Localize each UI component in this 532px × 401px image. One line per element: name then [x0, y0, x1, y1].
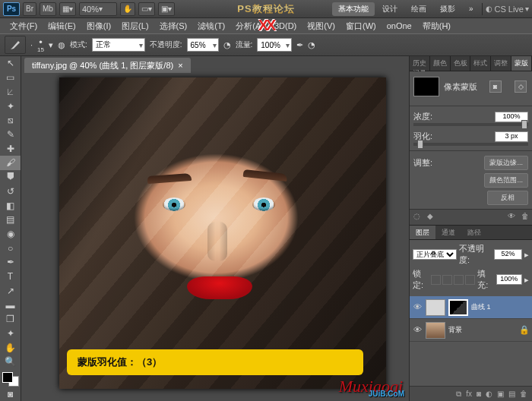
blend-mode-select[interactable]: 正常 [92, 38, 145, 52]
quick-select-tool[interactable]: ✦ [0, 99, 21, 113]
minibridge-button[interactable]: Mb [40, 2, 56, 16]
eyedropper-tool[interactable]: ✎ [0, 128, 21, 142]
color-swatches[interactable] [2, 372, 19, 387]
tab-swatch[interactable]: 色板 [451, 56, 471, 71]
tab-history[interactable]: 历史记录 [410, 56, 430, 71]
zoom-tool[interactable]: 🔍 [0, 355, 21, 369]
3d-camera-tool[interactable]: ✦ [0, 327, 21, 341]
tab-style[interactable]: 样式 [470, 56, 491, 71]
lock-pos-icon[interactable] [454, 275, 464, 285]
feather-slider[interactable] [413, 143, 528, 146]
new-layer-icon[interactable]: ▤ [508, 390, 515, 398]
visibility-icon[interactable]: 👁 [412, 325, 423, 336]
workspace-painting[interactable]: 绘画 [405, 2, 432, 16]
layer-opacity-input[interactable]: 52% [494, 249, 522, 260]
mask-edge-button[interactable]: 蒙版边缘... [484, 156, 528, 170]
menu-file[interactable]: 文件(F) [5, 19, 43, 33]
cslive-button[interactable]: ◐ CS Live ▾ [486, 5, 529, 14]
pen-tool[interactable]: ✒ [0, 255, 21, 270]
menu-onone[interactable]: onOne [382, 20, 417, 32]
path-tool[interactable]: ↗ [0, 284, 21, 298]
trash-icon[interactable]: 🗑 [520, 390, 527, 398]
mask-new-icon[interactable]: ◙ [477, 390, 481, 398]
menu-edit[interactable]: 编辑(E) [43, 19, 81, 33]
fill-input[interactable]: 100% [496, 274, 522, 285]
feather-value[interactable]: 3 px [495, 131, 528, 142]
menu-image[interactable]: 图像(I) [81, 19, 116, 33]
layer-row-curves[interactable]: 👁 曲线 1 [410, 296, 532, 319]
tab-layers[interactable]: 图层 [410, 226, 435, 239]
disable-mask-icon[interactable]: 👁 [506, 212, 517, 223]
tab-channels[interactable]: 通道 [435, 226, 461, 239]
menu-select[interactable]: 选择(S) [154, 19, 193, 33]
shape-tool[interactable]: ▬ [0, 298, 21, 312]
stamp-tool[interactable]: ⛊ [0, 170, 21, 185]
menu-help[interactable]: 帮助(H) [417, 19, 456, 33]
density-slider[interactable] [413, 123, 528, 126]
document-tab[interactable]: tiffany.jpg @ 40% (曲线 1, 图层蒙版/8) × [24, 58, 191, 73]
view-extras-button[interactable]: ▦▾ [59, 2, 76, 16]
apply-mask-icon[interactable]: ◆ [425, 212, 435, 223]
image-thumb[interactable] [426, 322, 445, 339]
workspace-design[interactable]: 设计 [376, 2, 404, 16]
delete-mask-icon[interactable]: 🗑 [520, 212, 530, 223]
history-brush-tool[interactable]: ↺ [0, 184, 21, 198]
menu-window[interactable]: 窗口(W) [340, 19, 382, 33]
pressure-opacity-icon[interactable]: ◔ [223, 40, 231, 50]
opacity-input[interactable]: 65% [187, 38, 219, 52]
menu-layer[interactable]: 图层(L) [116, 19, 154, 33]
eraser-tool[interactable]: ◧ [0, 198, 21, 213]
move-tool[interactable]: ↖ [0, 56, 21, 71]
brush-panel-button[interactable]: ◍ [58, 40, 65, 50]
menu-filter[interactable]: 滤镜(T) [192, 19, 230, 33]
tab-paths[interactable]: 路径 [461, 226, 487, 239]
brush-icon[interactable] [5, 36, 26, 54]
lock-trans-icon[interactable] [431, 275, 441, 285]
brush-preset-dropdown-icon[interactable]: ▾ [49, 40, 53, 50]
screen-mode-button[interactable]: ▣▾ [158, 2, 175, 16]
lock-pixel-icon[interactable] [442, 275, 452, 285]
workspace-essentials[interactable]: 基本功能 [332, 2, 375, 16]
tab-adjust[interactable]: 调整 [491, 56, 511, 71]
arrange-button[interactable]: ▭▾ [138, 2, 155, 16]
type-tool[interactable]: T [0, 270, 21, 284]
layer-row-background[interactable]: 👁 背景 🔒 [410, 319, 532, 342]
workspace-photography[interactable]: 摄影 [434, 2, 461, 16]
zoom-level[interactable]: 40% ▾ [79, 2, 117, 16]
brush-tool[interactable]: 🖌 [0, 156, 21, 170]
canvas[interactable]: 蒙版羽化值：（3） [59, 77, 386, 389]
mask-thumbnail[interactable] [413, 77, 439, 96]
group-icon[interactable]: ▣ [497, 390, 504, 398]
fx-icon[interactable]: fx [466, 390, 472, 398]
adj-new-icon[interactable]: ◐ [486, 390, 492, 398]
workspace-more[interactable]: » [463, 3, 480, 14]
lasso-tool[interactable]: ⟀ [0, 84, 21, 99]
adjustment-thumb[interactable] [426, 299, 445, 316]
tab-close-icon[interactable]: × [178, 61, 182, 70]
tab-color[interactable]: 颜色 [430, 56, 451, 71]
quickmask-icon[interactable]: ◙ [0, 387, 21, 401]
marquee-tool[interactable]: ▭ [0, 71, 21, 85]
dodge-tool[interactable]: ○ [0, 241, 21, 255]
layer-mask-thumb[interactable] [448, 299, 468, 316]
tab-mask[interactable]: 蒙版 [511, 56, 532, 71]
pressure-size-icon[interactable]: ◔ [308, 40, 315, 50]
hand-button[interactable]: ✋ [120, 2, 135, 16]
menu-view[interactable]: 视图(V) [302, 19, 340, 33]
color-range-button[interactable]: 颜色范围... [484, 173, 528, 188]
3d-tool[interactable]: ❒ [0, 312, 21, 327]
pixel-mask-button[interactable]: ◙ [489, 81, 502, 93]
gradient-tool[interactable]: ▤ [0, 213, 21, 227]
link-icon[interactable]: ⧉ [456, 390, 461, 399]
bridge-button[interactable]: Br [23, 2, 36, 16]
lock-all-icon[interactable] [465, 275, 475, 285]
crop-tool[interactable]: ⧅ [0, 113, 21, 128]
heal-tool[interactable]: ✚ [0, 141, 21, 156]
hand-tool[interactable]: ✋ [0, 340, 21, 355]
invert-button[interactable]: 反相 [487, 191, 528, 205]
flow-input[interactable]: 100% [257, 38, 292, 52]
visibility-icon[interactable]: 👁 [412, 302, 423, 313]
airbrush-icon[interactable]: ✒ [296, 40, 303, 50]
blur-tool[interactable]: ◉ [0, 227, 21, 242]
vector-mask-button[interactable]: ◇ [515, 81, 527, 93]
